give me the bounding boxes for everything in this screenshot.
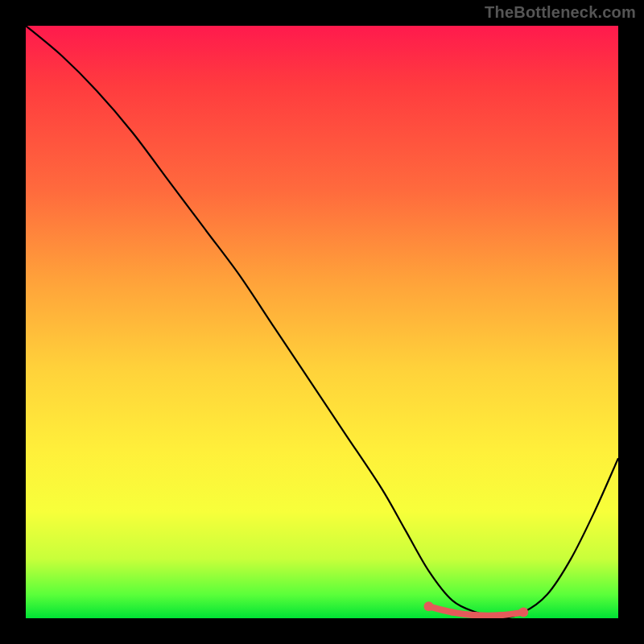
valley-end-dot [518,608,528,617]
plot-area [26,26,618,618]
valley-mid-dot [449,609,456,616]
bottleneck-curve-line [26,26,618,618]
valley-mid-dot [497,612,503,618]
valley-mid-dot [473,612,479,618]
chart-frame: TheBottleneck.com [0,0,644,644]
curve-svg [26,26,618,618]
attribution-text: TheBottleneck.com [485,3,636,22]
valley-end-dot [424,601,434,611]
